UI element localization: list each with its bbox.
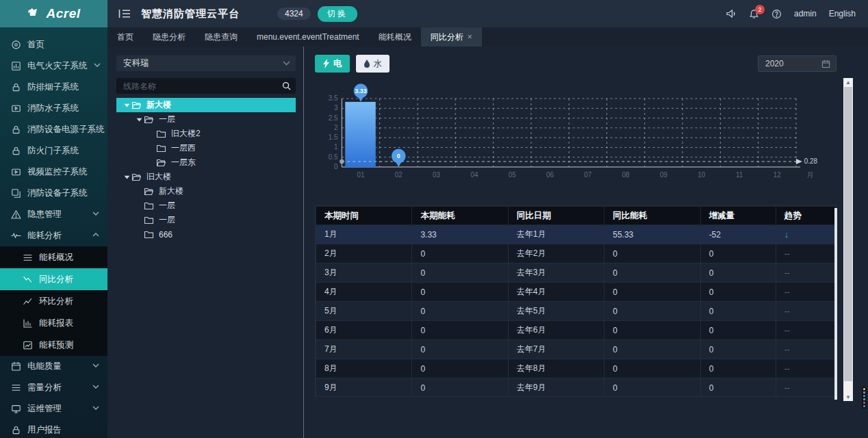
menu-item-运维管理[interactable]: 运维管理 [0,398,107,420]
table-row-5月[interactable]: 5月0去年5月00-- [316,302,836,321]
cell-trend: ↓ [776,225,835,244]
tab-3[interactable]: 隐患查询 [195,27,247,47]
tab-2[interactable]: 隐患分析 [143,27,195,47]
menu-item-label: 消防水子系统 [27,103,79,114]
chevron-down-icon [92,211,99,218]
menu-item-首页[interactable]: 首页 [0,34,107,55]
menu-item-电气火灾子系统[interactable]: 电气火灾子系统 [0,55,107,77]
table-row-8月[interactable]: 8月0去年8月00-- [316,359,836,378]
submenu-item-同比分析[interactable]: 同比分析 [0,268,107,290]
year-picker[interactable]: 2020 [758,55,837,72]
table-scrollbar-track[interactable] [834,208,837,400]
tab-1[interactable]: 首页 [107,27,143,47]
trend-none: -- [784,364,790,374]
svg-text:0.5: 0.5 [329,153,338,161]
trend-none: -- [784,268,790,278]
folder-closed-icon [144,229,155,240]
menu-item-能耗分析[interactable]: 能耗分析 [0,225,107,246]
notifications-bell-icon[interactable]: 2 [749,9,759,19]
tree-node-666[interactable]: 666 [116,227,296,242]
scrollbar-thumb[interactable] [844,87,852,381]
tree-caret-icon[interactable] [134,118,144,122]
menu-item-防排烟子系统[interactable]: 防排烟子系统 [0,77,107,98]
svg-text:04: 04 [470,171,478,179]
menu-item-视频监控子系统[interactable]: 视频监控子系统 [0,162,107,183]
cell-last-date: 去年2月 [508,244,604,263]
cell-last-energy: 0 [604,359,700,378]
user-menu[interactable]: admin [794,9,817,18]
submenu-item-能耗报表[interactable]: 能耗报表 [0,312,107,334]
tree-node-一层[interactable]: 一层 [116,198,296,213]
tree-node-label: 新大楼 [146,99,171,111]
year-picker-value: 2020 [765,59,784,68]
table-row-2月[interactable]: 2月0去年2月00-- [316,244,836,263]
logo: Acrel [0,0,107,27]
scroll-down-arrow[interactable]: ▼ [843,393,853,401]
language-switcher[interactable]: English [829,9,856,18]
line-search-input[interactable] [116,81,277,91]
table-row-7月[interactable]: 7月0去年7月00-- [316,340,836,359]
tree-node-旧大楼[interactable]: 旧大楼 [116,170,296,184]
tree-node-一层东[interactable]: 一层东 [116,155,296,170]
cell-trend: -- [776,244,835,263]
menu-item-消防设备电源子系统[interactable]: 消防设备电源子系统 [0,119,107,140]
tree-caret-icon[interactable] [122,103,131,107]
vertical-scrollbar[interactable]: ▲ ▼ [843,78,853,401]
tree-node-一层[interactable]: 一层 [116,213,296,227]
collapse-menu-icon[interactable] [118,9,131,18]
table-row-1月[interactable]: 1月3.33去年1月55.33-52↓ [316,225,836,244]
table-row-6月[interactable]: 6月0去年6月00-- [316,321,836,340]
trend-none: -- [784,383,790,393]
svg-text:08: 08 [622,171,630,179]
tab-4[interactable]: menu.event.eventTreatment [247,27,369,47]
tree-node-旧大楼2[interactable]: 旧大楼2 [116,127,296,141]
tree-node-一层西[interactable]: 一层西 [116,141,296,155]
table-row-4月[interactable]: 4月0去年4月00-- [316,283,836,302]
tab-5[interactable]: 能耗概况 [369,27,421,47]
chart-report-icon [23,318,33,328]
menu-item-用户报告[interactable]: 用户报告 [0,420,107,438]
column-header: 趋势 [776,207,835,225]
svg-text:3.5: 3.5 [329,94,338,102]
menu-item-需量分析[interactable]: 需量分析 [0,377,107,398]
bar-chart-svg[interactable]: 00.511.522.533.5010203040506070809101112… [315,79,837,189]
notification-count-badge: 2 [755,5,765,14]
company-select[interactable]: 安科瑞 [116,55,296,71]
table-row-3月[interactable]: 3月0去年3月00-- [316,263,836,283]
menu-item-隐患管理[interactable]: 隐患管理 [0,204,107,225]
table-row-9月[interactable]: 9月0去年9月00-- [316,378,836,398]
menu-item-消防设备子系统[interactable]: 消防设备子系统 [0,183,107,204]
submenu-item-环比分析[interactable]: 环比分析 [0,290,107,312]
tab-6[interactable]: 同比分析× [421,27,482,47]
folder-open-icon [144,186,155,196]
tree-caret-icon[interactable] [122,175,131,179]
cell-delta: 0 [700,321,776,340]
list-icon [11,383,21,393]
menu-item-label: 能耗分析 [27,230,62,242]
folder-open-icon [144,114,155,125]
scroll-up-arrow[interactable]: ▲ [843,78,853,86]
tree-node-一层[interactable]: 一层 [116,112,296,127]
broadcast-icon[interactable] [726,9,737,18]
cell-last-energy: 0 [604,321,700,340]
menu-item-电能质量[interactable]: 电能质量 [0,356,107,377]
water-tab-button[interactable]: 水 [356,55,390,73]
tab-close-icon[interactable]: × [468,32,472,42]
cell-last-date: 去年5月 [508,302,604,321]
menu-item-防火门子系统[interactable]: 防火门子系统 [0,140,107,162]
electric-tab-button[interactable]: 电 [315,55,350,73]
cell-month: 7月 [316,340,412,359]
search-icon[interactable] [277,78,296,94]
tab-label: 隐患查询 [205,31,238,43]
submenu-item-能耗预测[interactable]: 能耗预测 [0,334,107,356]
switch-button[interactable]: 切换 [318,6,357,22]
tree-node-新大楼[interactable]: 新大楼 [116,184,296,198]
lock-icon [11,125,21,135]
tree-node-新大楼[interactable]: 新大楼 [116,98,296,112]
menu-item-消防水子系统[interactable]: 消防水子系统 [0,98,107,119]
sidebar: Acrel 首页电气火灾子系统防排烟子系统消防水子系统消防设备电源子系统防火门子… [0,0,107,438]
cell-month: 9月 [316,378,412,398]
help-icon[interactable] [771,9,782,19]
submenu-item-能耗概况[interactable]: 能耗概况 [0,246,107,268]
svg-text:07: 07 [584,171,591,179]
